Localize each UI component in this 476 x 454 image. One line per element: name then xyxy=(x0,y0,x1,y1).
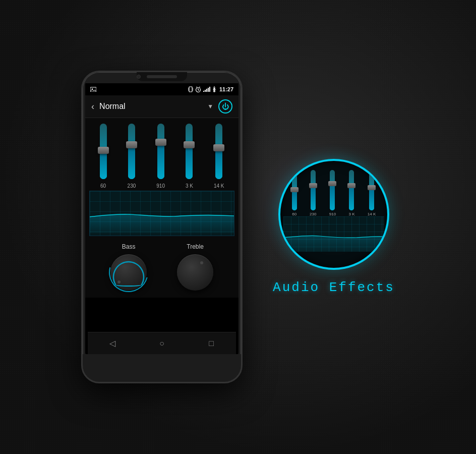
eq-band-3k[interactable]: 3 K xyxy=(186,124,193,189)
eq-curve xyxy=(90,191,234,233)
app-header: ‹ Normal ▼ ⏻ xyxy=(85,95,239,118)
eq-band-60[interactable]: 60 xyxy=(100,124,107,189)
circle-band-14k: 14 K xyxy=(368,170,376,216)
slider-track-60[interactable] xyxy=(100,124,107,179)
slider-fill-3k xyxy=(186,143,193,180)
header-title: Normal xyxy=(99,102,200,111)
circle-slider-fill-3k xyxy=(349,184,354,210)
eq-band-230[interactable]: 230 xyxy=(128,124,136,189)
status-right: 11:27 xyxy=(188,86,233,92)
svg-line-9 xyxy=(199,87,200,87)
vibrate-icon xyxy=(188,86,193,92)
slider-track-3k[interactable] xyxy=(186,124,193,179)
phone-nav-bar: ◁ ○ □ xyxy=(88,332,236,354)
eq-graph xyxy=(89,191,234,236)
circle-slider-thumb-3k xyxy=(347,183,355,188)
circle-slider-track-60 xyxy=(292,170,297,210)
bass-knob-container: Bass xyxy=(110,243,147,291)
circle-band-label-60: 60 xyxy=(292,212,296,216)
slider-track-910[interactable] xyxy=(157,124,164,179)
bass-knob[interactable] xyxy=(110,254,147,291)
band-label-14k: 14 K xyxy=(214,183,224,189)
knobs-section: Bass Treble xyxy=(85,236,239,298)
circle-eq-sliders: 60 230 910 xyxy=(280,161,387,216)
slider-thumb-230[interactable] xyxy=(126,141,137,148)
slider-thumb-60[interactable] xyxy=(98,147,109,154)
treble-knob-container: Treble xyxy=(177,243,213,291)
svg-line-8 xyxy=(196,87,197,87)
circle-slider-fill-230 xyxy=(311,184,316,210)
svg-rect-13 xyxy=(208,88,209,92)
svg-rect-12 xyxy=(206,89,207,92)
band-label-3k: 3 K xyxy=(186,183,193,189)
bluetooth-icon xyxy=(212,86,216,92)
nav-home-button[interactable]: ○ xyxy=(154,336,169,351)
image-icon xyxy=(90,87,96,92)
signal-icon xyxy=(203,87,210,92)
status-bar: 11:27 xyxy=(85,83,239,95)
circle-slider-track-910 xyxy=(330,170,335,210)
svg-rect-10 xyxy=(203,91,204,92)
status-left xyxy=(90,87,96,92)
svg-rect-14 xyxy=(209,87,210,92)
bass-arc-svg xyxy=(110,254,147,291)
power-icon: ⏻ xyxy=(222,102,229,110)
eq-band-14k[interactable]: 14 K xyxy=(214,124,224,189)
circle-slider-track-14k xyxy=(369,170,374,210)
circle-band-3k: 3 K xyxy=(348,170,354,216)
treble-label: Treble xyxy=(187,243,204,250)
band-label-60: 60 xyxy=(100,183,106,189)
slider-track-14k[interactable] xyxy=(215,124,222,179)
circle-slider-thumb-230 xyxy=(309,183,317,188)
slider-fill-910 xyxy=(157,140,164,179)
eq-section: 60 230 910 xyxy=(85,118,239,236)
svg-rect-0 xyxy=(90,87,96,92)
slider-track-230[interactable] xyxy=(128,124,135,179)
slider-thumb-3k[interactable] xyxy=(184,141,195,148)
circle-slider-fill-910 xyxy=(330,182,335,210)
alarm-icon xyxy=(195,86,201,92)
slider-thumb-910[interactable] xyxy=(155,139,166,146)
circle-graph-grid xyxy=(283,216,384,252)
right-panel: 60 230 910 xyxy=(273,159,395,295)
circle-band-label-230: 230 xyxy=(310,212,316,216)
svg-rect-2 xyxy=(189,87,192,92)
svg-line-7 xyxy=(198,90,199,91)
treble-indicator xyxy=(200,261,203,264)
bass-label: Bass xyxy=(122,243,136,250)
band-label-230: 230 xyxy=(128,183,136,189)
circle-graph xyxy=(283,216,384,252)
circle-band-60: 60 xyxy=(292,170,297,216)
dropdown-arrow[interactable]: ▼ xyxy=(207,103,213,110)
main-container: 11:27 ‹ Normal ▼ ⏻ xyxy=(81,71,395,383)
nav-recent-button[interactable]: □ xyxy=(204,336,219,351)
circle-slider-thumb-14k xyxy=(368,185,376,190)
status-time: 11:27 xyxy=(219,86,233,92)
phone-bottom-bezel xyxy=(83,354,241,382)
phone-speaker xyxy=(147,75,177,78)
band-label-910: 910 xyxy=(156,183,165,189)
circle-slider-track-3k xyxy=(349,170,354,210)
audio-effects-title: Audio Effects xyxy=(273,280,395,295)
back-button[interactable]: ‹ xyxy=(91,101,94,112)
treble-knob[interactable] xyxy=(177,254,213,291)
circle-preview: 60 230 910 xyxy=(278,159,389,270)
circle-band-910: 910 xyxy=(329,170,336,216)
svg-rect-11 xyxy=(205,90,206,92)
slider-fill-230 xyxy=(128,143,135,180)
eq-band-910[interactable]: 910 xyxy=(156,124,165,189)
phone-device: 11:27 ‹ Normal ▼ ⏻ xyxy=(81,71,243,383)
power-button[interactable]: ⏻ xyxy=(218,99,232,114)
phone-camera xyxy=(137,75,141,79)
circle-band-230: 230 xyxy=(310,170,316,216)
circle-band-label-14k: 14 K xyxy=(368,212,376,216)
slider-thumb-14k[interactable] xyxy=(213,144,224,151)
circle-slider-track-230 xyxy=(311,170,316,210)
circle-slider-thumb-60 xyxy=(290,187,299,192)
circle-band-label-3k: 3 K xyxy=(348,212,354,216)
eq-sliders: 60 230 910 xyxy=(89,123,234,189)
nav-back-button[interactable]: ◁ xyxy=(105,336,120,351)
circle-band-label-910: 910 xyxy=(329,212,336,216)
circle-slider-thumb-910 xyxy=(328,181,336,186)
phone-screen: 11:27 ‹ Normal ▼ ⏻ xyxy=(85,83,239,354)
